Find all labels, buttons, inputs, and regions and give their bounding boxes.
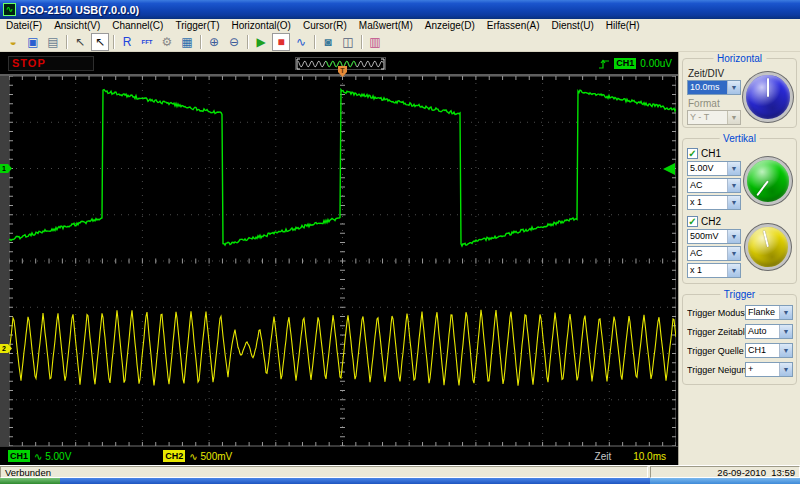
chevron-down-icon: ▼ — [727, 111, 740, 124]
menu-item-trigger[interactable]: Trigger(T) — [169, 20, 225, 31]
cursor-icon[interactable]: ↖ — [91, 33, 109, 51]
trigger-modus-select[interactable]: Flanke▼ — [745, 305, 793, 320]
cursor-track-icon[interactable]: ↖ — [71, 33, 89, 51]
toolbar-separator — [247, 35, 248, 49]
chevron-down-icon: ▼ — [779, 363, 792, 376]
run-status-indicator: STOP — [8, 56, 94, 71]
trigger-group-title: Trigger — [720, 289, 759, 300]
chevron-down-icon: ▼ — [727, 179, 740, 192]
math-icon[interactable]: ⚙ — [158, 33, 176, 51]
trigger-neigung-select[interactable]: +▼ — [745, 362, 793, 377]
ch2-chip: CH2 — [163, 450, 185, 462]
toolbar-separator — [314, 35, 315, 49]
vertikal-group-title: Vertikal — [719, 133, 760, 144]
auto-measure-icon[interactable]: R — [118, 33, 136, 51]
title-bar: ∿ DSO-2150 USB(7.0.0.0) — [0, 0, 800, 19]
chevron-down-icon: ▼ — [727, 247, 740, 260]
waveform-canvas — [9, 76, 676, 446]
toolbar-separator — [113, 35, 114, 49]
ch1-position-knob[interactable] — [744, 157, 792, 205]
menu-item-ansicht[interactable]: Ansicht(V) — [48, 20, 106, 31]
status-bar: Verbunden 26-09-2010 13:59 — [0, 465, 800, 478]
trigger-rows: Trigger ModusFlanke▼Trigger ZeitablenkAu… — [687, 305, 793, 377]
control-panel: Horizontal Zeit/DIV 10.0ms ▼ Format Y - … — [678, 52, 800, 465]
display-image-icon[interactable]: ▦ — [178, 33, 196, 51]
menu-item-dienst[interactable]: Dienst(U) — [546, 20, 600, 31]
panel-layout-icon[interactable]: ◫ — [339, 33, 357, 51]
ch1-checkbox[interactable]: ✓ — [687, 148, 698, 159]
print-icon[interactable]: ▤ — [44, 33, 62, 51]
toolbar: ◒▣▤↖↖RFFT⚙▦⊕⊖▶■∿◙◫▥ — [0, 32, 800, 52]
trigger-row-neigung: Trigger Neigung+▼ — [687, 362, 793, 377]
trigger-readout: CH1 0.00uV — [598, 57, 672, 70]
app-icon: ∿ — [3, 3, 16, 16]
chevron-down-icon: ▼ — [779, 344, 792, 357]
connection-status: Verbunden — [0, 466, 648, 478]
main-area: STOP CH1 0.00uV 1 2 T — [0, 52, 800, 465]
ch2-coupling-select[interactable]: AC ▼ — [687, 246, 741, 261]
ch1-label: CH1 — [701, 148, 721, 159]
menu-item-datei[interactable]: Datei(F) — [0, 20, 48, 31]
start-button-fragment[interactable] — [0, 478, 60, 484]
menu-item-masswert[interactable]: Maßwert(M) — [353, 20, 419, 31]
check-icon: ✓ — [688, 149, 696, 159]
trigger-level-value: 0.00uV — [640, 58, 672, 69]
scope-display: 1 2 T — [0, 76, 678, 446]
save-icon[interactable]: ▣ — [24, 33, 42, 51]
trigger-quelle-label: Trigger Quelle — [687, 346, 745, 356]
scope-area: STOP CH1 0.00uV 1 2 T — [0, 52, 678, 465]
ch2-volts-select[interactable]: 500mV ▼ — [687, 229, 741, 244]
trigger-row-quelle: Trigger QuelleCH1▼ — [687, 343, 793, 358]
chevron-down-icon: ▼ — [727, 264, 740, 277]
trigger-source-chip: CH1 — [614, 58, 636, 69]
os-taskbar-sliver — [0, 478, 800, 484]
ch1-probe-select[interactable]: x 1 ▼ — [687, 195, 741, 210]
zoom-out-icon[interactable]: ⊖ — [225, 33, 243, 51]
app-window: ∿ DSO-2150 USB(7.0.0.0) Datei(F)Ansicht(… — [0, 0, 800, 484]
scope-bottom-bar: CH1 ∿ 5.00V CH2 ∿ 500mV Zeit 10.0ms — [0, 446, 678, 465]
datetime-status: 26-09-2010 13:59 — [650, 466, 800, 478]
menu-item-anzeige[interactable]: Anzeige(D) — [419, 20, 481, 31]
trigger-row-zeitablenkung: Trigger ZeitablenkAuto▼ — [687, 324, 793, 339]
menu-item-channel[interactable]: Channel(C) — [106, 20, 169, 31]
trigger-modus-label: Trigger Modus — [687, 308, 745, 318]
ch1-coupling-select[interactable]: AC ▼ — [687, 178, 741, 193]
menu-item-cursor[interactable]: Cursor(R) — [297, 20, 353, 31]
ch1-volts-select[interactable]: 5.00V ▼ — [687, 161, 741, 176]
open-icon[interactable]: ◒ — [4, 33, 22, 51]
trigger-neigung-label: Trigger Neigung — [687, 365, 745, 375]
menu-item-erfassen[interactable]: Erfassen(A) — [481, 20, 546, 31]
start-icon[interactable]: ▶ — [252, 33, 270, 51]
tray-fragment — [650, 478, 800, 484]
trigger-group: Trigger Trigger ModusFlanke▼Trigger Zeit… — [682, 294, 797, 385]
fft-icon[interactable]: FFT — [138, 33, 156, 51]
timebase-knob[interactable] — [743, 72, 793, 122]
waveform-icon[interactable]: ∿ — [292, 33, 310, 51]
ch2-probe-select[interactable]: x 1 ▼ — [687, 263, 741, 278]
ch2-checkbox[interactable]: ✓ — [687, 216, 698, 227]
check-icon: ✓ — [688, 217, 696, 227]
ch2-position-knob[interactable] — [745, 224, 791, 270]
format-select: Y - T ▼ — [687, 110, 741, 125]
toolbar-separator — [200, 35, 201, 49]
trigger-quelle-select[interactable]: CH1▼ — [745, 343, 793, 358]
ch2-label: CH2 — [701, 216, 721, 227]
snapshot-icon[interactable]: ◙ — [319, 33, 337, 51]
timebase-readout: Zeit 10.0ms — [595, 451, 666, 462]
zoom-in-icon[interactable]: ⊕ — [205, 33, 223, 51]
zeitdiv-select[interactable]: 10.0ms ▼ — [687, 80, 741, 95]
chevron-down-icon: ▼ — [779, 325, 792, 338]
stop-icon[interactable]: ■ — [272, 33, 290, 51]
marker-gutter — [0, 76, 9, 446]
trigger-zeitablenkung-label: Trigger Zeitablenk — [687, 327, 745, 337]
help-book-icon[interactable]: ▥ — [366, 33, 384, 51]
trigger-row-modus: Trigger ModusFlanke▼ — [687, 305, 793, 320]
vertikal-group: Vertikal ✓ CH1 5.00V ▼ AC ▼ — [682, 138, 797, 284]
trigger-zeitablenkung-select[interactable]: Auto▼ — [745, 324, 793, 339]
format-label: Format — [688, 98, 743, 109]
menu-item-horizontal[interactable]: Horizontal(O) — [225, 20, 296, 31]
menu-item-hilfe[interactable]: Hilfe(H) — [600, 20, 646, 31]
chevron-down-icon: ▼ — [727, 162, 740, 175]
chevron-down-icon: ▼ — [727, 81, 740, 94]
zeitdiv-label: Zeit/DIV — [688, 68, 743, 79]
